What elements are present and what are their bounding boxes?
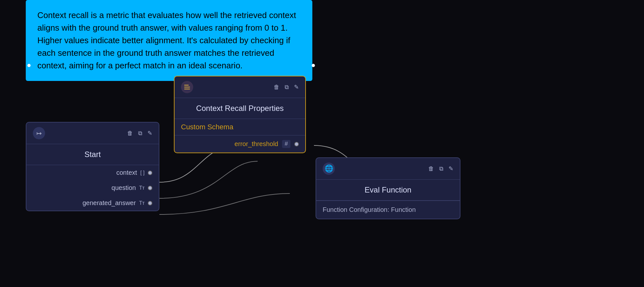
- start-node-header: ↦ 🗑 ⧉ ✎: [26, 123, 159, 144]
- arrow-right-icon: ↦: [36, 129, 42, 137]
- port-type-generated-answer: Tт: [139, 200, 145, 206]
- hamburger-icon: [181, 81, 193, 93]
- edit-icon: ✎: [294, 84, 299, 91]
- port-type-question: Tт: [139, 185, 145, 191]
- context-recall-actions: 🗑 ⧉ ✎: [274, 84, 299, 91]
- menu-lines-icon: [183, 84, 191, 91]
- port-connector-context[interactable]: [148, 171, 152, 175]
- start-copy-button[interactable]: ⧉: [138, 130, 142, 137]
- globe-icon: 🌐: [325, 164, 333, 173]
- context-recall-copy-button[interactable]: ⧉: [285, 84, 289, 91]
- port-connector-generated-answer[interactable]: [148, 201, 152, 205]
- trash-icon: 🗑: [127, 130, 133, 137]
- context-recall-header: 🗑 ⧉ ✎: [175, 76, 305, 98]
- context-recall-node: 🗑 ⧉ ✎ Context Recall Properties Custom S…: [174, 76, 306, 153]
- start-node: ↦ 🗑 ⧉ ✎ Start context [ ] question: [26, 122, 159, 211]
- copy-icon: ⧉: [285, 84, 289, 91]
- info-tooltip-box: Context recall is a metric that evaluate…: [26, 0, 312, 81]
- trash-icon: 🗑: [428, 165, 434, 172]
- eval-function-title: Eval Function: [316, 180, 460, 201]
- port-label-generated-answer: generated_answer: [82, 199, 136, 207]
- eval-function-node: 🌐 🗑 ⧉ ✎ Eval Function Function Configura…: [316, 157, 460, 219]
- output-connector-dot[interactable]: [294, 142, 299, 146]
- port-label-context: context: [116, 169, 137, 176]
- eval-copy-button[interactable]: ⧉: [439, 165, 443, 172]
- menu-line-2: [184, 87, 190, 87]
- port-row-context: context [ ]: [26, 165, 159, 180]
- edit-icon: ✎: [449, 165, 453, 172]
- port-row-question: question Tт: [26, 180, 159, 195]
- port-row-generated-answer: generated_answer Tт: [26, 195, 159, 211]
- canvas: Context recall is a metric that evaluate…: [0, 0, 644, 287]
- globe-icon-container: 🌐: [323, 163, 335, 175]
- trash-icon: 🗑: [274, 84, 279, 91]
- menu-line-3: [184, 89, 190, 89]
- context-recall-delete-button[interactable]: 🗑: [274, 84, 279, 91]
- eval-delete-button[interactable]: 🗑: [428, 165, 434, 172]
- info-text: Context recall is a metric that evaluate…: [37, 10, 296, 70]
- eval-edit-button[interactable]: ✎: [449, 165, 453, 172]
- copy-icon: ⧉: [439, 165, 443, 172]
- corner-tl: [27, 64, 31, 67]
- eval-node-header: 🌐 🗑 ⧉ ✎: [316, 158, 460, 180]
- edit-icon: ✎: [147, 130, 152, 137]
- corner-tr: [312, 64, 315, 67]
- copy-icon: ⧉: [138, 130, 142, 137]
- start-node-actions: 🗑 ⧉ ✎: [127, 130, 152, 137]
- schema-label: Custom Schema: [175, 119, 305, 135]
- port-type-context: [ ]: [140, 170, 145, 176]
- output-type-badge: #: [282, 140, 290, 148]
- start-edit-button[interactable]: ✎: [147, 130, 152, 137]
- eval-function-config: Function Configuration: Function: [316, 201, 460, 219]
- start-arrow-icon: ↦: [33, 127, 45, 139]
- output-row: error_threshold #: [175, 135, 305, 153]
- context-recall-title: Context Recall Properties: [175, 98, 305, 119]
- eval-node-actions: 🗑 ⧉ ✎: [428, 165, 453, 172]
- start-delete-button[interactable]: 🗑: [127, 130, 133, 137]
- context-recall-edit-button[interactable]: ✎: [294, 84, 299, 91]
- port-connector-question[interactable]: [148, 186, 152, 190]
- menu-line-1: [184, 85, 189, 85]
- output-label: error_threshold: [234, 140, 278, 148]
- start-node-title: Start: [26, 144, 159, 165]
- port-label-question: question: [111, 184, 136, 192]
